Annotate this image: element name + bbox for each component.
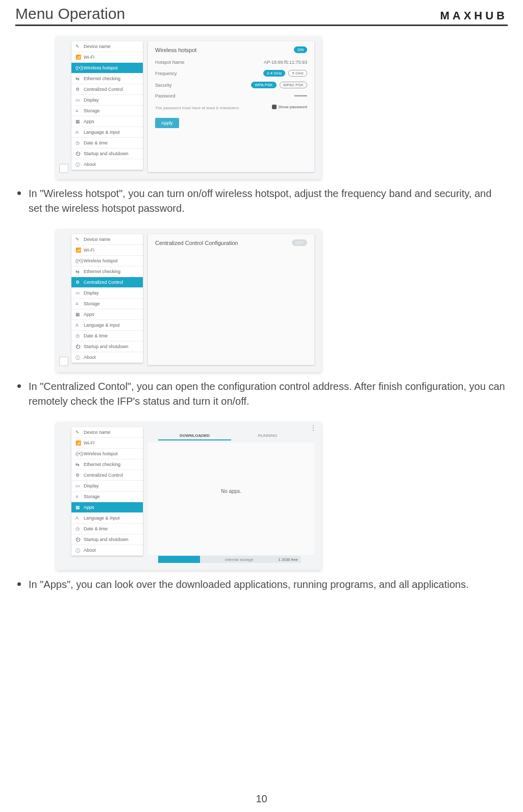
page-number: 10 (0, 793, 523, 805)
sidebar-item-datetime[interactable]: ◷Date & time (71, 331, 143, 341)
sidebar-item-wireless-hotspot[interactable]: ((•))Wireless hotspot (71, 256, 143, 266)
keyboard-icon: A (76, 323, 81, 328)
sidebar-item-language[interactable]: ALanguage & input (71, 513, 143, 524)
sidebar-item-display[interactable]: ▭Display (71, 95, 143, 106)
sidebar-item-display[interactable]: ▭Display (71, 481, 143, 491)
show-password-label: Show password (279, 105, 307, 109)
tab-downloaded[interactable]: DOWNLOADED (158, 433, 231, 440)
ethernet-icon: ⇆ (76, 76, 81, 81)
sidebar-item-device-name[interactable]: ✎Device name (71, 234, 143, 245)
sidebar-item-storage[interactable]: ≡Storage (71, 106, 143, 116)
sidebar-item-label: Wi-Fi (84, 440, 94, 446)
sidebar-item-centralized[interactable]: ⚙Centralized Control (71, 470, 143, 481)
centralized-toggle[interactable]: OFF (292, 239, 307, 246)
sidebar-item-label: Display (84, 290, 99, 296)
screenshot-tool-icon (59, 357, 68, 366)
sidebar-item-label: Startup and shutdown (84, 537, 129, 542)
sidebar-item-label: Centralized Control (84, 473, 123, 478)
sidebar-item-label: Storage (84, 494, 100, 499)
sidebar-item-label: Date & time (84, 526, 108, 531)
control-icon: ⚙ (76, 473, 81, 478)
wifi-icon: 📶 (76, 440, 81, 446)
sidebar-item-centralized[interactable]: ⚙Centralized Control (71, 277, 143, 288)
sidebar-item-ethernet[interactable]: ⇆Ethernet checking (71, 73, 143, 84)
sidebar-item-language[interactable]: ALanguage & input (71, 127, 143, 138)
sidebar-item-centralized[interactable]: ⚙Centralized Control (71, 84, 143, 95)
pencil-icon: ✎ (76, 237, 81, 242)
password-value[interactable]: •••••••• (294, 93, 307, 99)
screenshot-wireless-hotspot: ✎Device name 📶Wi-Fi ((•))Wireless hotspo… (56, 36, 321, 179)
sidebar-item-datetime[interactable]: ◷Date & time (71, 524, 143, 534)
display-icon: ▭ (76, 290, 81, 296)
show-password-checkbox[interactable]: Show password (272, 105, 307, 109)
sidebar-item-device-name[interactable]: ✎Device name (71, 427, 143, 438)
hotspot-icon: ((•)) (76, 258, 81, 263)
sidebar-item-wifi[interactable]: 📶Wi-Fi (71, 52, 143, 63)
panel-title: Wireless hotspot (155, 47, 196, 53)
page-header: Menu Operation MAXHUB (15, 5, 508, 26)
security-wpa-button[interactable]: WPA PSK (251, 82, 276, 88)
wifi-icon: 📶 (76, 248, 81, 253)
sidebar-item-label: Wi-Fi (84, 248, 94, 253)
sidebar-item-storage[interactable]: ≡Storage (71, 491, 143, 502)
freq-24-button[interactable]: 2.4 GHz (263, 70, 285, 77)
sidebar-item-label: Wi-Fi (84, 55, 94, 60)
storage-used (158, 556, 200, 563)
sidebar-item-about[interactable]: ⓘAbout (71, 352, 143, 363)
sidebar-item-wireless-hotspot[interactable]: ((•))Wireless hotspot (71, 449, 143, 459)
hotspot-name-value: AP-18:99:f5:11:75:93 (264, 60, 307, 65)
sidebar-item-label: Date & time (84, 333, 108, 338)
sidebar-item-label: Startup and shutdown (84, 151, 129, 156)
sidebar-item-language[interactable]: ALanguage & input (71, 320, 143, 331)
control-icon: ⚙ (76, 87, 81, 92)
pencil-icon: ✎ (76, 44, 81, 49)
sidebar-item-apps[interactable]: ▦Apps (71, 116, 143, 127)
storage-icon: ≡ (76, 494, 81, 499)
pencil-icon: ✎ (76, 430, 81, 435)
freq-5-button[interactable]: 5 GHz (288, 70, 307, 77)
sidebar-item-label: Language & input (84, 515, 120, 521)
sidebar-item-datetime[interactable]: ◷Date & time (71, 138, 143, 149)
sidebar-item-ethernet[interactable]: ⇆Ethernet checking (71, 459, 143, 470)
sidebar-item-wireless-hotspot[interactable]: ((•))Wireless hotspot (71, 63, 143, 73)
info-icon: ⓘ (76, 355, 81, 360)
keyboard-icon: A (76, 130, 81, 135)
sidebar-item-label: Device name (84, 237, 111, 242)
sidebar-item-label: Centralized Control (84, 87, 123, 92)
no-apps-message: No apps. (148, 488, 314, 494)
apply-button[interactable]: Apply (155, 118, 179, 128)
sidebar-item-ethernet[interactable]: ⇆Ethernet checking (71, 266, 143, 277)
screenshot-tool-icon (59, 164, 68, 173)
sidebar-item-apps[interactable]: ▦Apps (71, 309, 143, 320)
hotspot-toggle[interactable]: ON (294, 46, 307, 53)
sidebar-item-label: Wireless hotspot (84, 258, 118, 263)
sidebar-item-about[interactable]: ⓘAbout (71, 159, 143, 170)
sidebar-item-label: Display (84, 97, 99, 103)
bullet-apps: In "Apps", you can look over the downloa… (15, 577, 508, 592)
tab-running[interactable]: RUNNING (231, 433, 304, 440)
apps-icon: ▦ (76, 119, 81, 124)
sidebar-item-label: Storage (84, 301, 100, 306)
sidebar-item-startup[interactable]: ⏻Startup and shutdown (71, 149, 143, 159)
sidebar-item-about[interactable]: ⓘAbout (71, 545, 143, 556)
hotspot-name-label: Hotspot Name (155, 60, 185, 65)
storage-icon: ≡ (76, 108, 81, 113)
sidebar-item-storage[interactable]: ≡Storage (71, 299, 143, 309)
sidebar-item-label: Display (84, 483, 99, 488)
keyboard-icon: A (76, 515, 81, 521)
sidebar-item-device-name[interactable]: ✎Device name (71, 41, 143, 52)
sidebar-item-display[interactable]: ▭Display (71, 288, 143, 299)
sidebar-item-wifi[interactable]: 📶Wi-Fi (71, 245, 143, 256)
more-menu-icon[interactable]: ⋮ (310, 424, 316, 431)
sidebar-item-apps[interactable]: ▦Apps (71, 502, 143, 513)
page-title: Menu Operation (15, 5, 125, 22)
storage-bar: Internal storage 1.3GB free (158, 556, 301, 563)
clock-icon: ◷ (76, 526, 81, 531)
security-wpa2-button[interactable]: WPA2 PSK (280, 82, 307, 88)
sidebar-item-label: Startup and shutdown (84, 344, 129, 349)
clock-icon: ◷ (76, 333, 81, 338)
sidebar-item-startup[interactable]: ⏻Startup and shutdown (71, 341, 143, 352)
sidebar-item-label: Apps (84, 505, 94, 510)
sidebar-item-wifi[interactable]: 📶Wi-Fi (71, 438, 143, 449)
sidebar-item-startup[interactable]: ⏻Startup and shutdown (71, 534, 143, 545)
